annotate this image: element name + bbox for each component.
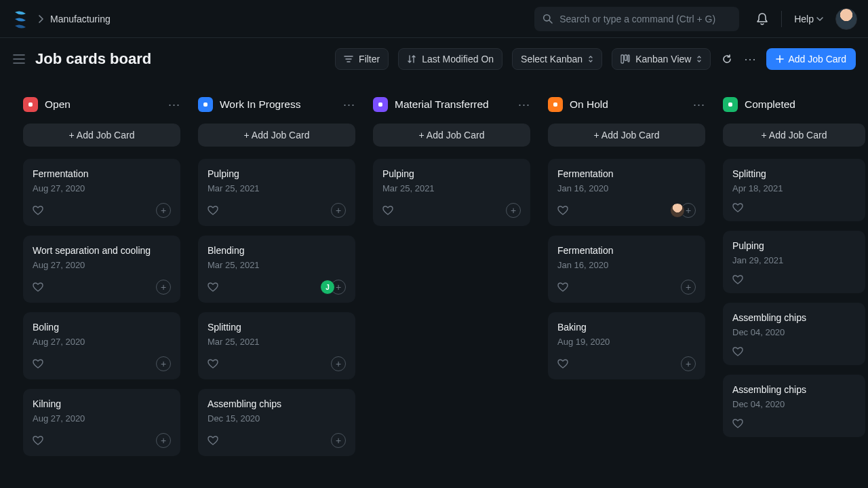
- heart-icon[interactable]: [208, 359, 218, 369]
- sort-button[interactable]: Last Modified On: [398, 48, 502, 70]
- card-date: Jan 16, 2020: [557, 183, 696, 193]
- column-menu-icon[interactable]: ···: [343, 98, 355, 111]
- card-date: Dec 04, 2020: [732, 399, 856, 409]
- heart-icon[interactable]: [557, 282, 568, 293]
- add-assignee-icon[interactable]: +: [331, 356, 346, 371]
- heart-icon[interactable]: [732, 347, 743, 357]
- kanban-icon: [620, 54, 630, 64]
- card-footer: +: [208, 433, 346, 448]
- chevron-down-icon: [816, 17, 823, 21]
- add-card-button[interactable]: + Add Job Card: [373, 124, 530, 147]
- heart-icon[interactable]: [208, 436, 218, 446]
- refresh-icon[interactable]: [720, 52, 734, 66]
- add-assignee-icon[interactable]: +: [331, 433, 346, 448]
- job-card[interactable]: BlendingMar 25, 2021J+: [198, 236, 355, 303]
- job-card[interactable]: SplittingMar 25, 2021+: [198, 312, 355, 379]
- card-footer: +: [33, 203, 171, 218]
- menu-icon[interactable]: [12, 52, 26, 66]
- filter-icon: [344, 55, 353, 63]
- card-date: Mar 25, 2021: [208, 337, 346, 347]
- column-title: Completed: [745, 98, 795, 111]
- select-kanban[interactable]: Select Kanban: [512, 48, 602, 70]
- topbar: Manufacturing Help: [0, 0, 868, 38]
- filter-label: Filter: [359, 54, 380, 64]
- add-assignee-icon[interactable]: +: [331, 203, 346, 218]
- app-logo[interactable]: [11, 10, 30, 29]
- add-assignee-icon[interactable]: +: [156, 203, 171, 218]
- job-card[interactable]: SplittingApr 18, 2021: [723, 159, 865, 221]
- more-icon[interactable]: ···: [743, 52, 757, 66]
- add-assignee-icon[interactable]: +: [681, 280, 696, 295]
- heart-icon[interactable]: [732, 419, 743, 429]
- job-card[interactable]: Wort separation and coolingAug 27, 2020+: [23, 236, 180, 303]
- heart-icon[interactable]: [33, 282, 43, 293]
- card-footer: [732, 347, 856, 357]
- card-footer: +: [33, 356, 171, 371]
- add-card-button[interactable]: + Add Job Card: [198, 124, 355, 147]
- view-selector[interactable]: Kanban View: [612, 48, 711, 70]
- heart-icon[interactable]: [557, 206, 568, 216]
- column-menu-icon[interactable]: ···: [518, 98, 530, 111]
- job-card[interactable]: PulpingJan 29, 2021: [723, 231, 865, 293]
- add-assignee-icon[interactable]: +: [506, 203, 521, 218]
- column-header: Completed: [723, 95, 865, 114]
- job-card[interactable]: FermentationJan 16, 2020+: [548, 159, 705, 226]
- job-card[interactable]: FermentationAug 27, 2020+: [23, 159, 180, 226]
- heart-icon[interactable]: [732, 203, 743, 213]
- heart-icon[interactable]: [382, 206, 393, 216]
- add-button-label: Add Job Card: [788, 54, 846, 64]
- add-card-button[interactable]: + Add Job Card: [723, 124, 865, 147]
- status-chip: [723, 97, 738, 112]
- job-card[interactable]: Assembling chipsDec 04, 2020: [723, 303, 865, 365]
- card-title: Blending: [208, 245, 346, 256]
- status-chip: [23, 97, 38, 112]
- heart-icon[interactable]: [208, 206, 218, 216]
- heart-icon[interactable]: [557, 359, 568, 369]
- assignee-avatar[interactable]: [670, 203, 685, 218]
- card-footer: [732, 203, 856, 213]
- card-date: Mar 25, 2021: [382, 183, 521, 193]
- job-card[interactable]: KilningAug 27, 2020+: [23, 389, 180, 456]
- job-card[interactable]: FermentationJan 16, 2020+: [548, 236, 705, 303]
- job-card[interactable]: PulpingMar 25, 2021+: [198, 159, 355, 226]
- help-menu[interactable]: Help: [794, 14, 823, 24]
- assignee-avatar[interactable]: J: [320, 280, 335, 295]
- column-menu-icon[interactable]: ···: [693, 98, 705, 111]
- heart-icon[interactable]: [732, 275, 743, 285]
- add-assignee-icon[interactable]: +: [156, 433, 171, 448]
- chevron-right-icon: [38, 15, 43, 23]
- job-card[interactable]: BolingAug 27, 2020+: [23, 312, 180, 379]
- add-assignee-icon[interactable]: +: [156, 280, 171, 295]
- card-date: Aug 19, 2020: [557, 337, 696, 347]
- add-assignee-icon[interactable]: +: [681, 356, 696, 371]
- heart-icon[interactable]: [33, 206, 43, 216]
- bell-icon[interactable]: [755, 12, 769, 26]
- column-menu-icon[interactable]: ···: [168, 98, 180, 111]
- divider: [781, 11, 782, 27]
- job-card[interactable]: PulpingMar 25, 2021+: [373, 159, 530, 226]
- add-card-button[interactable]: + Add Job Card: [23, 124, 180, 147]
- filter-button[interactable]: Filter: [335, 48, 389, 70]
- job-card[interactable]: Assembling chipsDec 15, 2020+: [198, 389, 355, 456]
- kanban-column: Material Transferred···+ Add Job CardPul…: [373, 95, 530, 488]
- add-job-card-button[interactable]: Add Job Card: [766, 48, 856, 70]
- breadcrumb-label[interactable]: Manufacturing: [50, 14, 111, 24]
- card-date: Apr 18, 2021: [732, 183, 856, 193]
- add-card-button[interactable]: + Add Job Card: [548, 124, 705, 147]
- heart-icon[interactable]: [33, 359, 43, 369]
- heart-icon[interactable]: [208, 282, 218, 293]
- add-assignee-icon[interactable]: +: [156, 356, 171, 371]
- search-input[interactable]: [559, 14, 731, 24]
- column-title: Work In Progress: [220, 98, 300, 111]
- kanban-column: Open···+ Add Job CardFermentationAug 27,…: [23, 95, 180, 488]
- search-box[interactable]: [534, 7, 739, 31]
- status-chip: [373, 97, 388, 112]
- column-header: Work In Progress···: [198, 95, 355, 114]
- heart-icon[interactable]: [33, 436, 43, 446]
- job-card[interactable]: Assembling chipsDec 04, 2020: [723, 375, 865, 437]
- card-footer: J+: [208, 280, 346, 295]
- job-card[interactable]: BakingAug 19, 2020+: [548, 312, 705, 379]
- topbar-right: Help: [755, 8, 857, 30]
- user-avatar[interactable]: [835, 8, 857, 30]
- search-icon: [542, 14, 553, 24]
